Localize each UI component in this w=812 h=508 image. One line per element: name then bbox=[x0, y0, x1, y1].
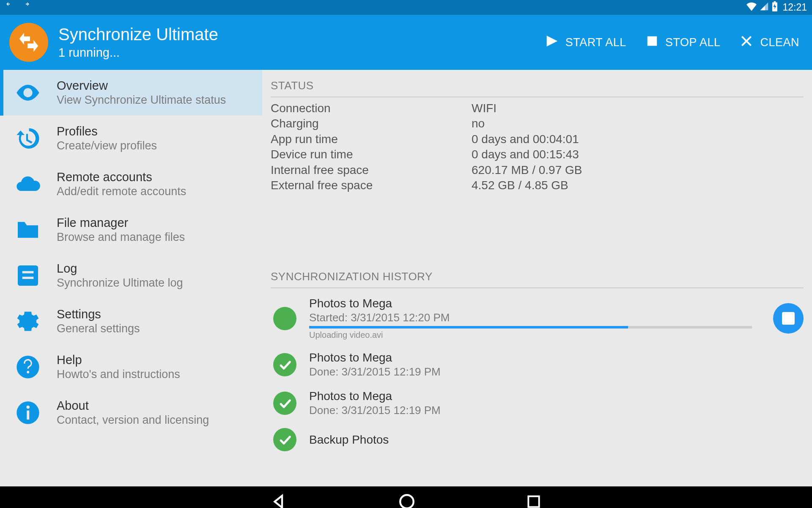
log-icon bbox=[13, 260, 43, 291]
history-item-meta: Done: 3/31/2015 12:19 PM bbox=[309, 365, 804, 378]
done-status-icon bbox=[273, 428, 296, 451]
history-item-name: Photos to Mega bbox=[309, 351, 804, 364]
status-row: External free space4.52 GB / 4.85 GB bbox=[271, 178, 804, 193]
status-section-header: STATUS bbox=[271, 74, 804, 97]
sidebar-item-label: Profiles bbox=[57, 124, 157, 138]
history-item-running[interactable]: Photos to Mega Started: 3/31/2015 12:20 … bbox=[271, 293, 804, 348]
status-row: ConnectionWIFI bbox=[271, 101, 804, 116]
history-item-name: Backup Photos bbox=[309, 433, 804, 447]
clean-label: CLEAN bbox=[760, 36, 799, 49]
folder-icon bbox=[13, 215, 43, 245]
clean-button[interactable]: CLEAN bbox=[740, 34, 799, 51]
history-item[interactable]: Photos to Mega Done: 3/31/2015 12:19 PM bbox=[271, 386, 804, 425]
history-item[interactable]: Backup Photos bbox=[271, 425, 804, 451]
sidebar-item-sub: Howto's and instructions bbox=[57, 368, 180, 381]
start-all-button[interactable]: START ALL bbox=[544, 34, 626, 51]
svg-point-11 bbox=[27, 406, 30, 409]
svg-point-3 bbox=[26, 91, 30, 95]
sidebar-item-label: Overview bbox=[57, 79, 226, 93]
sidebar-item-settings[interactable]: Settings General settings bbox=[0, 298, 262, 344]
history-item-name: Photos to Mega bbox=[309, 389, 804, 403]
status-time: 12:21 bbox=[782, 2, 807, 13]
status-table: ConnectionWIFI Chargingno App run time0 … bbox=[271, 101, 804, 193]
sidebar-item-sub: Create/view profiles bbox=[57, 139, 157, 152]
svg-point-12 bbox=[400, 495, 414, 508]
sidebar-item-sub: Add/edit remote accounts bbox=[57, 185, 186, 198]
history-icon bbox=[13, 123, 43, 154]
main-panel: STATUS ConnectionWIFI Chargingno App run… bbox=[262, 70, 812, 486]
stop-all-button[interactable]: STOP ALL bbox=[646, 35, 721, 50]
svg-rect-10 bbox=[27, 411, 29, 420]
sidebar-item-label: File manager bbox=[57, 216, 185, 230]
status-row: App run time0 days and 00:04:01 bbox=[271, 132, 804, 147]
sidebar-item-help[interactable]: Help Howto's and instructions bbox=[0, 344, 262, 390]
svg-rect-1 bbox=[774, 1, 776, 3]
android-status-bar: 12:21 bbox=[0, 0, 812, 15]
sidebar-item-label: Remote accounts bbox=[57, 170, 186, 184]
sidebar-item-sub: View Synchronize Ultimate status bbox=[57, 94, 226, 107]
start-all-label: START ALL bbox=[565, 36, 626, 49]
app-subtitle: 1 running... bbox=[58, 46, 218, 60]
nav-home-button[interactable] bbox=[398, 493, 416, 508]
status-row: Internal free space620.17 MB / 0.97 GB bbox=[271, 163, 804, 178]
svg-rect-13 bbox=[528, 496, 539, 507]
history-list: Photos to Mega Started: 3/31/2015 12:20 … bbox=[271, 293, 804, 451]
sidebar-item-label: Settings bbox=[57, 307, 140, 321]
sync-icon bbox=[19, 1, 30, 14]
history-item-meta: Started: 3/31/2015 12:20 PM bbox=[309, 311, 752, 324]
sidebar: Overview View Synchronize Ultimate statu… bbox=[0, 70, 262, 486]
sidebar-item-overview[interactable]: Overview View Synchronize Ultimate statu… bbox=[0, 70, 262, 116]
sidebar-item-sub: Contact, version and licensing bbox=[57, 414, 209, 427]
sync-icon bbox=[5, 1, 16, 14]
help-icon bbox=[13, 352, 43, 382]
stop-sync-button[interactable] bbox=[773, 303, 804, 334]
battery-charging-icon bbox=[771, 1, 778, 14]
history-item-meta: Done: 3/31/2015 12:19 PM bbox=[309, 404, 804, 417]
svg-rect-6 bbox=[22, 277, 34, 279]
svg-rect-4 bbox=[18, 265, 38, 286]
stop-icon bbox=[646, 35, 658, 50]
history-item-name: Photos to Mega bbox=[309, 297, 752, 310]
sidebar-item-about[interactable]: About Contact, version and licensing bbox=[0, 390, 262, 428]
app-title: Synchronize Ultimate bbox=[58, 25, 218, 44]
stop-icon bbox=[782, 312, 795, 325]
close-icon bbox=[740, 34, 753, 51]
wifi-icon bbox=[746, 2, 757, 14]
sidebar-item-remote-accounts[interactable]: Remote accounts Add/edit remote accounts bbox=[0, 161, 262, 207]
sidebar-item-label: About bbox=[57, 399, 209, 413]
eye-icon bbox=[13, 77, 43, 108]
sidebar-item-sub: General settings bbox=[57, 322, 140, 335]
history-section-header: SYNCHRONIZATION HISTORY bbox=[271, 265, 804, 288]
status-row: Device run time0 days and 00:15:43 bbox=[271, 147, 804, 162]
cloud-icon bbox=[13, 169, 43, 199]
app-logo-icon bbox=[9, 23, 48, 62]
svg-rect-5 bbox=[22, 271, 34, 273]
nav-recents-button[interactable] bbox=[526, 494, 542, 508]
status-row: Chargingno bbox=[271, 116, 804, 131]
play-icon bbox=[544, 34, 559, 51]
done-status-icon bbox=[273, 353, 296, 376]
nav-back-button[interactable] bbox=[270, 493, 288, 508]
progress-bar bbox=[309, 326, 752, 329]
sidebar-item-file-manager[interactable]: File manager Browse and manage files bbox=[0, 207, 262, 253]
running-status-icon bbox=[273, 307, 296, 330]
android-nav-bar bbox=[0, 486, 812, 508]
stop-all-label: STOP ALL bbox=[665, 36, 721, 49]
svg-rect-2 bbox=[647, 36, 657, 46]
sidebar-item-label: Log bbox=[57, 262, 183, 276]
sidebar-item-sub: Browse and manage files bbox=[57, 231, 185, 244]
sidebar-item-sub: Synchronize Ultimate log bbox=[57, 276, 183, 290]
done-status-icon bbox=[273, 392, 296, 415]
history-item[interactable]: Photos to Mega Done: 3/31/2015 12:19 PM bbox=[271, 348, 804, 386]
svg-point-8 bbox=[27, 371, 29, 373]
gear-icon bbox=[13, 306, 43, 337]
history-item-detail: Uploading video.avi bbox=[309, 330, 752, 340]
sidebar-item-profiles[interactable]: Profiles Create/view profiles bbox=[0, 116, 262, 161]
sidebar-item-label: Help bbox=[57, 353, 180, 367]
sidebar-item-log[interactable]: Log Synchronize Ultimate log bbox=[0, 253, 262, 298]
info-icon bbox=[13, 398, 43, 428]
signal-icon bbox=[760, 2, 769, 14]
app-action-bar: Synchronize Ultimate 1 running... START … bbox=[0, 15, 812, 70]
